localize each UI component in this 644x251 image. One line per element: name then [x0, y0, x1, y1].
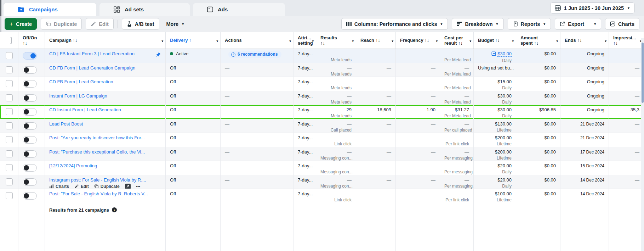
- create-button[interactable]: + Create: [5, 18, 37, 30]
- row-checkbox[interactable]: [6, 66, 13, 73]
- more-button[interactable]: More ▼: [163, 18, 188, 30]
- row-checkbox[interactable]: [6, 108, 13, 115]
- column-header-reach[interactable]: Reach ↑↓▾: [356, 32, 396, 49]
- column-header-off_on[interactable]: Off/On ↑↓: [18, 32, 45, 49]
- tab-campaigns[interactable]: Campaigns: [4, 3, 96, 16]
- cell-value: —: [400, 93, 435, 99]
- campaign-link[interactable]: CD | FB Instant Form 3 | Lead Generation: [49, 51, 155, 56]
- column-header-results[interactable]: Results ↑↓▾: [316, 32, 356, 49]
- charts-button[interactable]: Charts: [605, 18, 639, 30]
- breakdown-button[interactable]: Breakdown ▼: [452, 18, 503, 30]
- campaign-toggle[interactable]: [23, 66, 37, 74]
- cell-impressions: —: [609, 77, 644, 91]
- cell-value: —: [360, 65, 391, 71]
- campaign-link[interactable]: Post: "Are you ready to discover how thi…: [49, 135, 155, 140]
- campaign-toggle[interactable]: [23, 136, 37, 144]
- column-header-select[interactable]: [0, 32, 18, 49]
- scrollbar-thumb[interactable]: [642, 43, 644, 103]
- campaign-toggle[interactable]: [23, 80, 37, 88]
- pin-icon[interactable]: [156, 52, 161, 58]
- campaign-toggle[interactable]: [23, 178, 37, 186]
- ab-test-button[interactable]: A/B test: [122, 18, 159, 30]
- column-header-attribution_setting[interactable]: Attri... setting▾: [293, 32, 316, 49]
- column-header-amount_spent[interactable]: Amount spent ↑↓▾: [516, 32, 560, 49]
- row-action-edit-icon: [74, 184, 79, 189]
- column-header-frequency[interactable]: Frequency ↑↓▾: [396, 32, 440, 49]
- campaign-toggle[interactable]: [23, 122, 37, 130]
- cell-ends: 21 Dec 2024: [560, 119, 609, 133]
- charts-label: Charts: [618, 21, 634, 27]
- column-header-impressions[interactable]: Impressi... ↑↓▾: [609, 32, 644, 49]
- campaign-link[interactable]: Lead Post Boost: [49, 121, 155, 127]
- more-actions-ellipsis[interactable]: •••: [136, 184, 141, 189]
- campaign-toggle[interactable]: [23, 94, 37, 102]
- campaign-link[interactable]: CD Instant Form | Lead Generation: [49, 107, 155, 112]
- cell-reach: —: [356, 77, 396, 91]
- campaign-toggle[interactable]: [23, 150, 37, 158]
- row-checkbox[interactable]: [6, 52, 13, 59]
- footer-cell: [560, 203, 609, 217]
- toggle-knob: [24, 137, 29, 143]
- campaign-toggle[interactable]: [23, 108, 37, 116]
- empty-cell: [45, 217, 166, 251]
- share-icon[interactable]: [125, 184, 131, 189]
- column-header-cost_per_result[interactable]: Cost per result ↑↓▾: [440, 32, 474, 49]
- campaign-link[interactable]: CD FB Form | Lead Generation: [49, 79, 155, 84]
- row-action-edit[interactable]: Edit: [74, 184, 89, 189]
- campaign-link[interactable]: Instant Form | LG Campaign: [49, 93, 155, 99]
- cell-value: 18,609: [360, 107, 391, 113]
- row-checkbox[interactable]: [6, 192, 13, 199]
- recommendations-badge[interactable]: ↑6 recommendations: [228, 51, 281, 58]
- export-button[interactable]: Export: [555, 18, 589, 29]
- row-checkbox[interactable]: [6, 94, 13, 101]
- campaign-link[interactable]: CD FB Form | Lead Generation Campaign: [49, 65, 155, 71]
- reports-button[interactable]: Reports ▼: [508, 18, 551, 30]
- campaign-toggle[interactable]: [23, 192, 37, 200]
- campaign-link[interactable]: [12/12/2024] Promoting: [49, 163, 155, 168]
- cell-actions: —: [221, 91, 293, 105]
- budget-link[interactable]: $30.00: [497, 51, 512, 57]
- cell-impressions: —: [609, 49, 644, 63]
- cell-reach: —: [356, 91, 396, 105]
- campaign-link[interactable]: Post: "Purchase this exceptional Cello, …: [49, 149, 155, 155]
- row-checkbox[interactable]: [6, 164, 13, 171]
- cell-value: $906.85: [520, 107, 556, 113]
- cell-campaign: CD | FB Instant Form 3 | Lead Generation: [45, 49, 166, 63]
- column-header-actions[interactable]: Actions▾: [221, 32, 293, 49]
- columns-button[interactable]: Columns: Performance and clicks ▼: [341, 18, 448, 30]
- date-range-picker[interactable]: 1 Jun 2025 - 30 Jun 2025 ▼: [550, 2, 635, 13]
- column-header-delivery[interactable]: Delivery ↑▾: [166, 32, 221, 49]
- row-checkbox[interactable]: [6, 136, 13, 143]
- tab-ad-sets[interactable]: Ad sets: [99, 3, 190, 16]
- cell-sublabel: Messaging con...: [320, 156, 352, 161]
- cell-value: —: [400, 149, 435, 155]
- cell-delivery: Off: [166, 63, 221, 77]
- column-header-budget[interactable]: Budget ↑↓▾: [474, 32, 516, 49]
- tab-ads[interactable]: Ads: [193, 3, 285, 16]
- row-checkbox[interactable]: [6, 80, 13, 87]
- empty-cell: [396, 217, 440, 251]
- cell-sublabel: Per messaging...: [444, 156, 469, 161]
- column-header-campaign[interactable]: Campaign ↑↓▾: [45, 32, 166, 49]
- cell-value: 7-day...: [298, 163, 312, 169]
- row-action-charts[interactable]: Charts: [49, 184, 69, 189]
- info-icon[interactable]: i: [112, 207, 117, 212]
- row-checkbox[interactable]: [6, 150, 13, 157]
- cell-value: Ongoing: [565, 51, 604, 57]
- cell-value: —: [320, 51, 352, 57]
- column-header-ends[interactable]: Ends ↑↓▾: [560, 32, 609, 49]
- campaign-toggle[interactable]: [23, 164, 37, 172]
- campaign-link[interactable]: Post: "For Sale - English Viola by R. Ro…: [49, 191, 155, 196]
- row-checkbox[interactable]: [6, 122, 13, 129]
- vertical-scrollbar[interactable]: [641, 38, 644, 251]
- row-action-duplicate[interactable]: Duplicate: [94, 184, 120, 189]
- campaign-toggle[interactable]: [23, 52, 37, 60]
- edit-button[interactable]: Edit: [86, 18, 113, 30]
- select-all-checkbox[interactable]: [10, 37, 12, 44]
- row-checkbox[interactable]: [6, 178, 13, 185]
- duplicate-button[interactable]: Duplicate: [41, 18, 82, 30]
- cell-select: [0, 147, 18, 161]
- cell-amount-spent: $0.00: [516, 119, 560, 133]
- campaign-link[interactable]: Instagram post: For Sale - English Viola…: [49, 177, 155, 183]
- export-options-caret[interactable]: ▼: [589, 18, 601, 29]
